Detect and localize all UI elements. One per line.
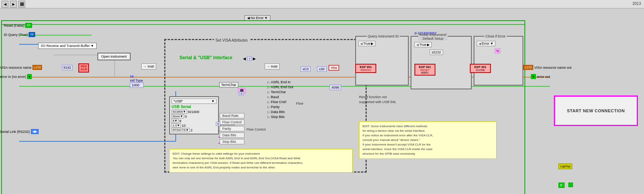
asrl-stop-bits: ▷ Stop Bits — [267, 115, 293, 119]
x30-box: x30 — [317, 66, 327, 72]
one-zero-row: 1.0▼ 10 — [172, 123, 217, 128]
parity-label: Parity — [220, 126, 244, 131]
baud-dropdown-1[interactable]: 921600▼ — [172, 110, 187, 114]
renign-label: RENIGN — [358, 69, 374, 71]
close-error-title: Close if Error — [484, 34, 507, 38]
rtscts-dropdown[interactable]: RTS/CTS▼ — [172, 128, 190, 132]
arrow-row: ◀ 4 ▶ — [243, 57, 256, 61]
visa-clr-box: VISA CLR — [78, 63, 89, 73]
visa-resource-out: L170 VISA resource name out — [523, 65, 571, 70]
set-visa-title: Set VISA Attributes — [214, 38, 249, 42]
usb-dropdown[interactable]: "USB" ▼ — [172, 99, 217, 104]
toolbar-btn-1[interactable]: ◀ — [2, 1, 8, 8]
error-out-label: error out — [537, 75, 550, 79]
visa-resource-in: VISA resource name L170 — [0, 65, 42, 70]
visa-out-label: VISA resource name out — [534, 66, 572, 70]
num-4-box: 4 — [247, 57, 252, 61]
esp-box-2: ESP 301 RESET MAR1 — [414, 64, 435, 76]
s232-dropdown[interactable]: s5232 — [430, 50, 443, 55]
visa-label: VISA — [81, 65, 87, 68]
esp-box-1: ESP 301 RENIGN — [355, 64, 376, 73]
close-label: CLOSE — [472, 69, 489, 71]
id-query-badge: TF — [29, 32, 36, 37]
serial-link-badge: ◀▶ — [31, 129, 39, 134]
year-label: 2013 — [633, 2, 641, 6]
error-in-label: error in (no error) — [0, 75, 26, 79]
start-new-connection[interactable]: START NEW CONNECTION — [554, 95, 638, 126]
timeout-label: TF — [130, 75, 144, 79]
asrl-termchar: ▷ TermChar — [267, 90, 293, 94]
l170-badge: L170 — [32, 65, 42, 70]
instr-box-right: → Instr — [265, 63, 280, 70]
clr-label: CLR — [81, 68, 87, 71]
eight-dropdown[interactable]: 8▼ — [172, 119, 178, 123]
intf-label: Intf Type — [130, 79, 144, 82]
asrl-baud: ▷ Baud — [267, 95, 293, 99]
reset-false-label: Reset (False) — [4, 24, 24, 27]
error-in-badge: ● — [27, 74, 32, 79]
id-query-container: ID Query (True) TF — [4, 32, 35, 37]
toolbar-btn-3[interactable]: ⬛ — [18, 1, 25, 8]
stop-bits-label: Stop Bits — [220, 139, 244, 144]
none-row: None▼ 0 — [172, 114, 217, 118]
laptop-box: LapTop — [558, 163, 572, 169]
toolbar-btn-2[interactable]: ▶ — [10, 1, 17, 8]
visa-resource-label: VISA resource name — [0, 66, 32, 70]
baud-control-labels: Baud Rate Flow Control Parity Data Bits … — [220, 113, 244, 144]
io-receive-buffer[interactable]: I/O Receive and Transmit Buffer ▼ — [38, 43, 97, 49]
eight-row: 8▼ 8 — [172, 119, 217, 123]
instr-box-left: → Instr — [141, 63, 156, 70]
mar1-label: MAR1 — [417, 71, 433, 74]
none-dropdown[interactable]: None▼ — [172, 114, 184, 118]
reset-label: RESET — [417, 69, 433, 71]
timeout-box: TF Intf Type 1000 — [130, 75, 144, 88]
reset-note: Reset function not supported with USB li… — [359, 95, 396, 104]
start-new-label: START NEW CONNECTION — [567, 108, 625, 113]
d-number: d-1074003952 — [414, 31, 437, 35]
io-buffer-dropdown-arrow: ▼ — [91, 44, 94, 48]
asrl-end-out: ▷ ASRL End Out — [267, 85, 293, 89]
visa-mid-box: VISA — [328, 65, 339, 71]
esp-box-3: ESP 301 CLOSE — [470, 64, 491, 73]
toolbar: ◀ ▶ ⬛ 2013 — [0, 0, 644, 8]
serial-link: Serial Link (RS232) ◀▶ — [0, 129, 39, 134]
error-out-container: ● error out — [531, 74, 550, 79]
flow-label: Flow — [296, 102, 303, 105]
xc0-box: xC0 — [301, 66, 311, 72]
asrl-data-bits: ▷ Data Bits — [267, 110, 293, 114]
reset-tf-badge: TF — [25, 23, 32, 28]
arrow-left: ◀ — [243, 57, 246, 61]
edit-note-2: EDIT: Some instruments have different me… — [359, 121, 497, 159]
num-4096: 4096 — [330, 85, 341, 90]
no-error-label: No Error — [251, 16, 264, 20]
serial-usb-label: Serial & "USB" Interface — [180, 55, 232, 60]
termchar-box: TermChar — [219, 82, 238, 87]
usb-serial-label: USB Serial — [172, 105, 217, 109]
diagram: ◀ No Error ▼ Reset (False) TF ID Query (… — [0, 8, 644, 194]
no-error-arrow: ◀ — [247, 16, 250, 20]
num-0-flow: 0 — [216, 122, 220, 126]
usb-serial-container: "USB" ▼ USB Serial 921600▼ 921600 None▼ … — [169, 96, 219, 134]
asrl-end-in: ▷ ASRL End In — [267, 80, 293, 84]
error-out-badge: ● — [531, 74, 536, 79]
baud-rate-label: Baud Rate — [220, 113, 244, 118]
edit-note-1: EDIT: Change these settings to valid set… — [169, 149, 353, 173]
query-true-dropdown[interactable]: ◀ True ▶ — [358, 41, 375, 46]
data-bits-label: Data Bits — [220, 133, 244, 138]
one-zero-dropdown[interactable]: 1.0▼ — [172, 123, 181, 128]
arrow-right: ▶ — [253, 57, 256, 61]
reset-true-dropdown[interactable]: ◀ True ▶ — [414, 42, 432, 47]
l170-out-badge: L170 — [523, 65, 533, 70]
num-8192: 8192 — [62, 65, 73, 70]
baud-row: 921600▼ 921600 — [172, 110, 217, 114]
query-instrument-title: Query Instrument ID — [367, 34, 400, 38]
num-1000: 1000 — [130, 82, 144, 88]
error-dropdown[interactable]: ◀ Error ▼ — [477, 41, 495, 46]
reset-false-container: Reset (False) TF — [4, 23, 32, 28]
num-0-small: 0 — [239, 92, 244, 96]
open-instrument[interactable]: Open instrument — [97, 53, 131, 60]
asrl-items: ▷ ASRL End In ▷ ASRL End Out ▷ TermChar … — [267, 80, 293, 119]
asrl-flow-cntrl: ▷ Flow Cntrl — [267, 100, 293, 104]
asrl-parity: ▷ Parity — [267, 105, 293, 109]
flow-control-label: Flow Control — [246, 128, 266, 131]
